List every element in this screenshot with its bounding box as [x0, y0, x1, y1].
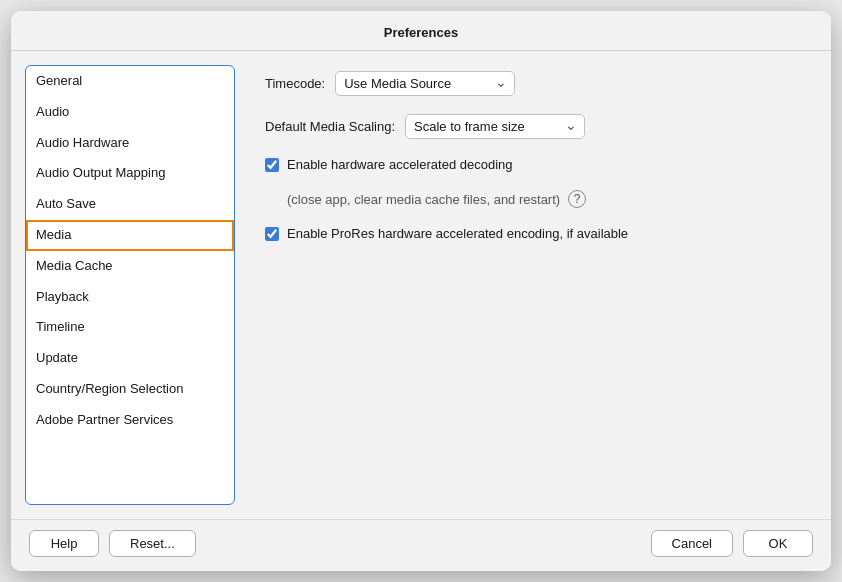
footer-right: Cancel OK — [651, 530, 813, 557]
help-circle-icon[interactable]: ? — [568, 190, 586, 208]
sidebar: GeneralAudioAudio HardwareAudio Output M… — [25, 65, 235, 505]
dialog-body: GeneralAudioAudio HardwareAudio Output M… — [11, 51, 831, 519]
sidebar-item-auto-save[interactable]: Auto Save — [26, 189, 234, 220]
timecode-row: Timecode: Use Media SourceGenerate00:00:… — [265, 71, 801, 96]
scaling-select-wrapper: Scale to frame sizeSet to frame sizeNone — [405, 114, 585, 139]
scaling-label: Default Media Scaling: — [265, 119, 395, 134]
timecode-select[interactable]: Use Media SourceGenerate00:00:00:00 — [335, 71, 515, 96]
sidebar-item-general[interactable]: General — [26, 66, 234, 97]
prores-checkbox[interactable] — [265, 227, 279, 241]
dialog-title: Preferences — [11, 11, 831, 51]
help-button[interactable]: Help — [29, 530, 99, 557]
sidebar-item-playback[interactable]: Playback — [26, 282, 234, 313]
scaling-select[interactable]: Scale to frame sizeSet to frame sizeNone — [405, 114, 585, 139]
prores-label: Enable ProRes hardware accelerated encod… — [287, 226, 628, 241]
reset-button[interactable]: Reset... — [109, 530, 196, 557]
hw-decoding-row: Enable hardware accelerated decoding — [265, 157, 801, 172]
timecode-select-wrapper: Use Media SourceGenerate00:00:00:00 — [335, 71, 515, 96]
sidebar-item-timeline[interactable]: Timeline — [26, 312, 234, 343]
hw-decoding-checkbox[interactable] — [265, 158, 279, 172]
ok-button[interactable]: OK — [743, 530, 813, 557]
preferences-dialog: Preferences GeneralAudioAudio HardwareAu… — [11, 11, 831, 571]
sidebar-item-media-cache[interactable]: Media Cache — [26, 251, 234, 282]
sidebar-item-update[interactable]: Update — [26, 343, 234, 374]
sidebar-item-country-region[interactable]: Country/Region Selection — [26, 374, 234, 405]
footer-left: Help Reset... — [29, 530, 196, 557]
dialog-footer: Help Reset... Cancel OK — [11, 519, 831, 571]
sidebar-item-audio[interactable]: Audio — [26, 97, 234, 128]
sidebar-item-audio-output-mapping[interactable]: Audio Output Mapping — [26, 158, 234, 189]
hint-text: (close app, clear media cache files, and… — [287, 192, 560, 207]
hint-row: (close app, clear media cache files, and… — [265, 190, 801, 208]
prores-row: Enable ProRes hardware accelerated encod… — [265, 226, 801, 241]
sidebar-item-adobe-partner[interactable]: Adobe Partner Services — [26, 405, 234, 436]
sidebar-item-audio-hardware[interactable]: Audio Hardware — [26, 128, 234, 159]
timecode-label: Timecode: — [265, 76, 325, 91]
hw-decoding-label: Enable hardware accelerated decoding — [287, 157, 513, 172]
scaling-row: Default Media Scaling: Scale to frame si… — [265, 114, 801, 139]
cancel-button[interactable]: Cancel — [651, 530, 733, 557]
content-area: Timecode: Use Media SourceGenerate00:00:… — [235, 51, 831, 519]
sidebar-item-media[interactable]: Media — [26, 220, 234, 251]
